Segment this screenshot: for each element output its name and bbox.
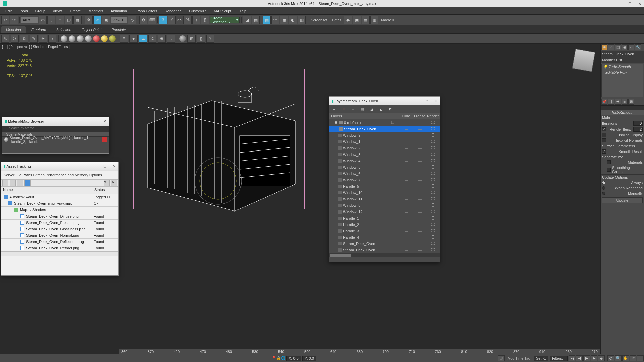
y-coord[interactable]: Y: 0,0 [302, 356, 316, 361]
asset-tree-button[interactable] [10, 180, 16, 186]
menu-animation[interactable]: Animation [107, 8, 130, 14]
layer-button[interactable]: ▤ [263, 16, 271, 24]
copy-button[interactable]: ⧉ [20, 35, 28, 43]
percent-snap-button[interactable]: % [183, 16, 192, 24]
make-unique-button[interactable]: ✚ [615, 99, 621, 105]
prev-frame-button[interactable]: ◀ [576, 355, 583, 361]
isoline-checkbox[interactable] [602, 133, 606, 137]
asset-close-button[interactable]: ✕ [113, 164, 116, 169]
layer-row[interactable]: Window_10—— [329, 189, 440, 196]
select-region-button[interactable]: ▭ [39, 16, 47, 24]
eyedrop-button[interactable]: ✎ [30, 35, 38, 43]
t3-button[interactable]: ▤ [362, 16, 370, 24]
menu-customize[interactable]: Customize [186, 8, 210, 14]
grid-button[interactable]: ⊞ [120, 35, 128, 43]
layer-sel-obj-button[interactable]: ▤ [359, 106, 365, 112]
asset-row[interactable]: Steam_Deck_Oven_Fresnel.pngFound [1, 220, 118, 226]
treble-button[interactable]: ♪ [48, 35, 56, 43]
select-button[interactable]: ▯ [47, 16, 55, 24]
mirror-button[interactable]: ◪ [243, 16, 251, 24]
menu-maxscript[interactable]: MAXScript [211, 8, 235, 14]
menu-rendering[interactable]: Rendering [161, 8, 185, 14]
layer-row[interactable]: Handle_5—— [329, 183, 440, 189]
display-tab[interactable]: ▭ [628, 44, 634, 50]
smooth-result-checkbox[interactable]: ✓ [602, 149, 606, 154]
modifier-stack[interactable]: 💡 TurboSmooth ▫ Editable Poly [601, 64, 643, 97]
tab-selection[interactable]: Selection [51, 26, 76, 33]
layer-panel-titlebar[interactable]: ▮ Layer: Steam_Deck_Oven ?✕ [329, 97, 440, 105]
hierarchy-tab[interactable]: ◫ [615, 44, 621, 50]
mat-editor-button[interactable]: ◐ [289, 16, 297, 24]
x-coord[interactable]: X: 0,0 [286, 356, 301, 361]
layer-help-button[interactable]: ? [426, 99, 428, 103]
light-omni[interactable] [93, 35, 100, 42]
asset-menubar[interactable]: Server File Paths Bitmap Performance and… [1, 171, 118, 179]
mat-ball-comp[interactable] [85, 35, 92, 42]
show-end-result-button[interactable]: ∥ [608, 99, 614, 105]
rect-region-button[interactable]: ▢ [65, 16, 73, 24]
sphere-icon[interactable]: ● [129, 35, 138, 43]
smoothing-groups-checkbox[interactable] [607, 168, 611, 172]
rollup-turbosmooth[interactable]: TurboSmooth [601, 110, 644, 115]
layer-row[interactable]: Window_6—— [329, 170, 440, 177]
rocket-button[interactable]: ✈ [39, 35, 47, 43]
add-time-tag[interactable]: Add Time Tag [508, 356, 530, 360]
asset-row[interactable]: Steam_Deck_Oven_Glossiness.pngFound [1, 226, 118, 232]
menu-create[interactable]: Create [66, 8, 84, 14]
snap-button[interactable]: 3 [159, 16, 167, 24]
layer-row[interactable]: Window_9—— [329, 132, 440, 138]
maximize-button[interactable]: ☐ [628, 2, 632, 6]
lock-icon[interactable]: 📍 [272, 356, 276, 360]
named-selection-dropdown[interactable]: Create Selection S▾ [210, 17, 240, 23]
asset-maximize-button[interactable]: ☐ [103, 164, 107, 169]
window-crossing-button[interactable]: ▦ [73, 16, 82, 24]
asset-minimize-button[interactable]: — [94, 164, 97, 169]
menu-help[interactable]: Help [235, 8, 250, 14]
material-browser-titlebar[interactable]: ▮ Material/Map Browser ✕ [2, 117, 109, 126]
nav-orbit-button[interactable]: ⟳ [630, 355, 636, 361]
nav-pan-button[interactable]: ✋ [622, 355, 629, 361]
layer-add-button[interactable]: ＋ [350, 106, 356, 112]
layer-row[interactable]: Window_3—— [329, 151, 440, 158]
layer-row[interactable]: Window_4—— [329, 158, 440, 164]
create-tab[interactable]: ✺ [601, 44, 607, 50]
layer-row[interactable]: Handle_3—— [329, 228, 440, 234]
play-button[interactable]: ▶ [583, 355, 590, 361]
material-item[interactable]: Steam_Deck_Oven_MAT ( VRayMtl ) [Handle_… [2, 137, 109, 143]
layer-row[interactable]: Steam_Deck_Oven—— [329, 247, 440, 253]
viewcube[interactable] [572, 49, 595, 72]
object-name[interactable]: Steam_Deck_Oven [601, 51, 644, 57]
asset-row[interactable]: Steam_Deck_Oven_Diffuse.pngFound [1, 213, 118, 220]
goto-start-button[interactable]: ⏮ [569, 355, 575, 361]
bar-button[interactable]: ▯ [197, 35, 205, 43]
layer-close-button[interactable]: ✕ [434, 99, 437, 103]
when-rendering-radio[interactable] [602, 186, 605, 190]
asset-row[interactable]: Steam_Deck_Oven_Reflection.pngFound [1, 239, 118, 245]
curve-editor-button[interactable]: 〰 [271, 16, 279, 24]
utilities-tab[interactable]: 🔧 [635, 44, 641, 50]
asset-tracking-titlebar[interactable]: ▮ Asset Tracking —☐✕ [1, 162, 118, 171]
modifier-editable-poly[interactable]: ▫ Editable Poly [602, 70, 643, 75]
menu-edit[interactable]: Edit [2, 8, 15, 14]
close-button[interactable]: ✕ [638, 2, 641, 6]
layer-hide-button[interactable]: ◣ [378, 106, 384, 112]
layer-row[interactable]: ⊟ 0 (default)☐—— [329, 119, 440, 126]
menu-views[interactable]: Views [49, 8, 66, 14]
time-tag-icon[interactable]: ⊞ [498, 355, 505, 361]
timeline-ruler[interactable]: 3603704204704805305405906406507007107608… [119, 349, 600, 354]
layer-row[interactable]: Window_5—— [329, 164, 440, 170]
asset-options-button[interactable]: ✎ [111, 180, 117, 186]
pin-stack-button[interactable]: 📌 [601, 99, 607, 105]
render-setup-button[interactable]: ▥ [298, 16, 306, 24]
set-key-button[interactable]: Set K. [534, 356, 548, 361]
align-button[interactable]: ▤ [252, 16, 260, 24]
tab-freeform[interactable]: Freeform [26, 26, 51, 33]
t2-button[interactable]: ▣ [353, 16, 361, 24]
goto-end-button[interactable]: ⏭ [598, 355, 605, 361]
explicit-normals-checkbox[interactable] [602, 138, 606, 142]
screenshot-label[interactable]: Screensot [311, 18, 327, 22]
layer-highlight-button[interactable]: ◢ [369, 106, 375, 112]
t4-button[interactable]: ▥ [370, 16, 378, 24]
layer-row[interactable]: Handle_1—— [329, 215, 440, 221]
asset-row[interactable]: Autodesk VaultLogged O… [1, 194, 118, 200]
